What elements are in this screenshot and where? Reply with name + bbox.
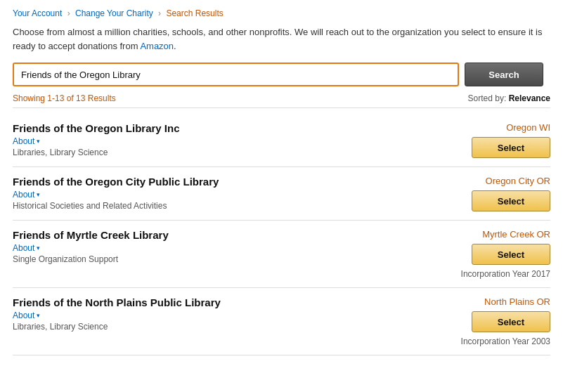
select-button-2[interactable]: Select (472, 244, 550, 265)
category-3: Libraries, Library Science (13, 322, 396, 332)
category-2: Single Organization Support (13, 254, 396, 264)
description-text-after: . (174, 41, 176, 51)
breadcrumb-current: Search Results (166, 8, 223, 18)
results-list: Friends of the Oregon Library Inc About … (13, 114, 550, 355)
location-2: Myrtle Creek OR (482, 229, 550, 240)
about-link-3[interactable]: About ▾ (13, 311, 40, 320)
about-arrow-3: ▾ (37, 312, 40, 319)
category-1: Historical Societies and Related Activit… (13, 201, 396, 211)
sorted-label: Sorted by: (468, 93, 507, 103)
about-arrow-1: ▾ (37, 191, 40, 198)
about-arrow-0: ▾ (37, 138, 40, 145)
about-link-0[interactable]: About ▾ (13, 136, 40, 146)
about-link-1[interactable]: About ▾ (13, 190, 40, 200)
location-0: Oregon WI (506, 122, 550, 133)
showing-count-text: Showing 1-13 of 13 Results (13, 93, 116, 103)
org-name-3: Friends of the North Plains Public Libra… (13, 296, 396, 308)
breadcrumb-separator-1: › (67, 8, 70, 18)
result-left-2: Friends of Myrtle Creek Library About ▾ … (13, 229, 396, 264)
result-item: Friends of the Oregon Library Inc About … (13, 114, 550, 167)
result-right-1: Oregon City OR Select (396, 176, 550, 211)
result-left-3: Friends of the North Plains Public Libra… (13, 296, 396, 332)
amazon-link[interactable]: Amazon (140, 41, 174, 51)
about-link-2[interactable]: About ▾ (13, 243, 40, 253)
result-right-2: Myrtle Creek OR Select Incorporation Yea… (396, 229, 550, 279)
location-3: North Plains OR (484, 296, 550, 307)
description: Choose from almost a million charities, … (13, 25, 547, 53)
sorted-by: Sorted by: Relevance (468, 93, 550, 103)
org-name-2: Friends of Myrtle Creek Library (13, 229, 396, 241)
result-item: Friends of Myrtle Creek Library About ▾ … (13, 221, 550, 288)
breadcrumb-account[interactable]: Your Account (13, 8, 62, 18)
result-right-0: Oregon WI Select (396, 122, 550, 158)
result-left-1: Friends of the Oregon City Public Librar… (13, 176, 396, 211)
sorted-value: Relevance (509, 93, 550, 103)
result-item: Friends of the Oregon City Public Librar… (13, 167, 550, 221)
breadcrumb: Your Account › Change Your Charity › Sea… (13, 8, 550, 18)
search-button[interactable]: Search (465, 63, 543, 86)
incorporation-2: Incorporation Year 2017 (461, 269, 550, 279)
result-right-3: North Plains OR Select Incorporation Yea… (396, 296, 550, 346)
results-meta: Showing 1-13 of 13 Results Sorted by: Re… (13, 93, 550, 108)
org-name-1: Friends of the Oregon City Public Librar… (13, 176, 396, 188)
category-0: Libraries, Library Science (13, 148, 396, 157)
about-arrow-2: ▾ (37, 244, 40, 251)
incorporation-3: Incorporation Year 2003 (461, 337, 550, 346)
breadcrumb-change-charity[interactable]: Change Your Charity (75, 8, 153, 18)
select-button-3[interactable]: Select (472, 311, 550, 332)
location-1: Oregon City OR (486, 176, 550, 186)
breadcrumb-separator-2: › (158, 8, 161, 18)
search-input[interactable] (13, 63, 459, 86)
showing-count: Showing 1-13 of 13 Results (13, 93, 116, 103)
select-button-1[interactable]: Select (472, 190, 550, 211)
result-left-0: Friends of the Oregon Library Inc About … (13, 122, 396, 157)
description-text-before: Choose from almost a million charities, … (13, 27, 542, 51)
select-button-0[interactable]: Select (472, 137, 550, 158)
search-bar: Search (13, 63, 550, 86)
result-item: Friends of the North Plains Public Libra… (13, 288, 550, 355)
org-name-0: Friends of the Oregon Library Inc (13, 122, 396, 134)
